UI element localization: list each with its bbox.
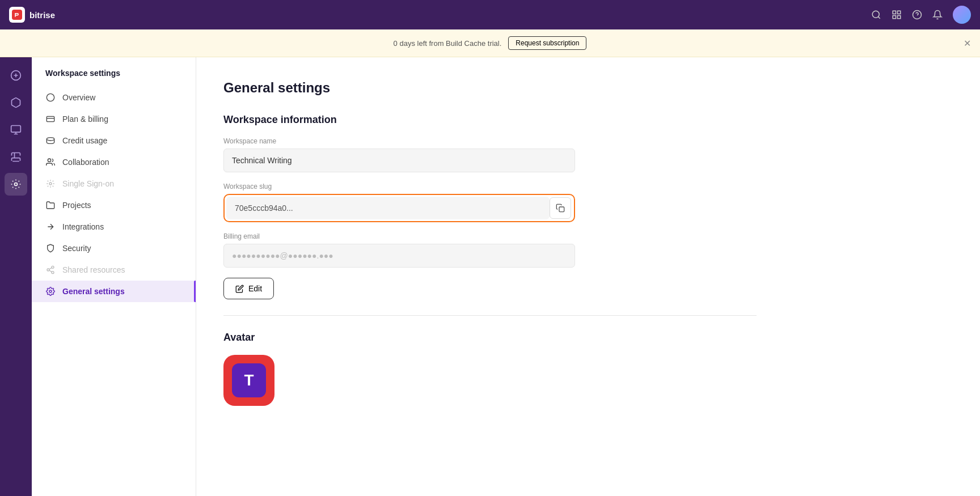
svg-point-10 [47, 94, 54, 101]
topbar-right [871, 6, 971, 24]
avatar-inner: T [232, 363, 266, 397]
sidebar-item-collaboration[interactable]: Collaboration [32, 151, 196, 173]
rail-workspace-icon[interactable] [5, 64, 27, 87]
rail-apps-icon[interactable] [5, 118, 27, 141]
overview-icon [45, 92, 56, 103]
svg-rect-11 [47, 116, 54, 121]
workspace-avatar[interactable]: T [223, 355, 274, 406]
svg-rect-19 [559, 207, 564, 212]
rail-settings-icon[interactable] [5, 173, 27, 196]
logo[interactable]: bitrise [9, 7, 55, 23]
billing-icon [45, 114, 56, 124]
sidebar: Workspace settings Overview Plan & billi… [32, 57, 196, 496]
sidebar-label-integrations: Integrations [62, 222, 104, 231]
workspace-name-label: Workspace name [223, 137, 953, 145]
edit-button-label: Edit [248, 284, 262, 293]
sidebar-label-collaboration: Collaboration [62, 158, 109, 167]
credit-icon [45, 135, 56, 146]
grid-icon[interactable] [892, 10, 902, 20]
sidebar-title: Workspace settings [32, 69, 196, 87]
bell-icon[interactable] [932, 10, 943, 20]
security-icon [45, 243, 56, 253]
workspace-name-group: Workspace name [223, 137, 953, 172]
page-title: General settings [223, 80, 953, 96]
search-icon[interactable] [871, 10, 881, 20]
sidebar-item-general-settings[interactable]: General settings [32, 281, 196, 302]
workspace-slug-group: Workspace slug [223, 183, 953, 222]
help-icon[interactable] [912, 10, 922, 20]
topbar: bitrise [0, 0, 980, 29]
main-layout: Workspace settings Overview Plan & billi… [0, 57, 980, 496]
svg-point-9 [15, 183, 18, 186]
left-rail [0, 57, 32, 496]
sidebar-label-sso: Single Sign-on [62, 179, 114, 188]
sidebar-label-credit-usage: Credit usage [62, 136, 107, 145]
trial-banner: 0 days left from Build Cache trial. Requ… [0, 29, 980, 57]
svg-point-14 [49, 183, 52, 185]
sidebar-item-shared-resources: Shared resources [32, 259, 196, 281]
billing-email-group: Billing email [223, 232, 953, 268]
rail-tests-icon[interactable] [5, 146, 27, 168]
logo-text: bitrise [29, 10, 55, 20]
sidebar-label-plan-billing: Plan & billing [62, 115, 108, 124]
svg-point-13 [48, 159, 50, 162]
request-subscription-button[interactable]: Request subscription [508, 36, 586, 50]
sidebar-item-sso: Single Sign-on [32, 173, 196, 194]
sidebar-item-security[interactable]: Security [32, 238, 196, 259]
copy-slug-button[interactable] [550, 197, 571, 219]
banner-message: 0 days left from Build Cache trial. [394, 39, 502, 48]
svg-rect-3 [898, 11, 901, 14]
svg-point-16 [47, 269, 49, 271]
user-avatar[interactable] [953, 6, 971, 24]
sidebar-label-projects: Projects [62, 201, 91, 210]
collaboration-icon [45, 157, 56, 167]
svg-point-15 [52, 266, 54, 268]
sidebar-item-overview[interactable]: Overview [32, 87, 196, 108]
svg-point-17 [52, 272, 54, 274]
sidebar-item-plan-billing[interactable]: Plan & billing [32, 108, 196, 130]
rail-build-icon[interactable] [5, 91, 27, 114]
sidebar-label-shared-resources: Shared resources [62, 265, 125, 274]
shared-icon [45, 265, 56, 275]
section-divider [223, 315, 757, 316]
workspace-slug-label: Workspace slug [223, 183, 953, 190]
content-area: General settings Workspace information W… [196, 57, 980, 496]
logo-icon [9, 7, 25, 23]
svg-rect-8 [11, 126, 21, 133]
banner-close-button[interactable]: ✕ [964, 38, 971, 49]
avatar-section-title: Avatar [223, 332, 953, 344]
sidebar-item-projects[interactable]: Projects [32, 194, 196, 216]
sidebar-item-credit-usage[interactable]: Credit usage [32, 130, 196, 151]
sidebar-label-overview: Overview [62, 93, 95, 102]
svg-rect-2 [893, 11, 895, 14]
edit-button[interactable]: Edit [223, 278, 274, 299]
sidebar-item-integrations[interactable]: Integrations [32, 216, 196, 238]
svg-point-1 [872, 11, 879, 18]
billing-email-label: Billing email [223, 232, 953, 240]
projects-icon [45, 200, 56, 210]
workspace-info-section-title: Workspace information [223, 114, 953, 126]
svg-rect-5 [898, 16, 901, 19]
sidebar-label-security: Security [62, 244, 91, 253]
topbar-left: bitrise [9, 7, 55, 23]
svg-point-12 [47, 138, 54, 141]
avatar-letter: T [244, 371, 254, 389]
sidebar-label-general-settings: General settings [62, 287, 125, 296]
workspace-slug-input[interactable] [226, 197, 550, 219]
billing-email-input [223, 244, 575, 268]
sso-icon [45, 179, 56, 189]
gear-icon [45, 286, 56, 296]
workspace-name-input[interactable] [223, 149, 575, 172]
workspace-slug-wrapper [223, 194, 575, 222]
svg-rect-4 [893, 16, 895, 19]
svg-point-18 [49, 290, 52, 292]
integrations-icon [45, 222, 56, 232]
